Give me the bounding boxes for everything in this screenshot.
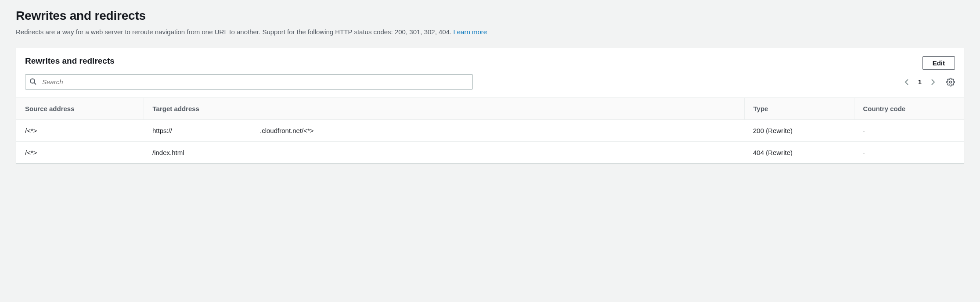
panel-header: Rewrites and redirects Edit xyxy=(16,48,964,74)
description-text: Redirects are a way for a web server to … xyxy=(16,28,451,36)
cell-target: /index.html xyxy=(144,142,744,164)
pager: 1 xyxy=(899,78,955,86)
cell-source: /<*> xyxy=(16,120,144,142)
col-header-type: Type xyxy=(744,98,854,120)
cell-country: - xyxy=(854,120,964,142)
redirects-table: Source address Target address Type Count… xyxy=(16,97,964,163)
panel-toolbar: 1 xyxy=(16,74,964,97)
panel-title: Rewrites and redirects xyxy=(25,56,115,66)
target-prefix: /index.html xyxy=(152,149,184,156)
pager-next-button[interactable] xyxy=(930,78,936,86)
svg-point-2 xyxy=(950,81,952,83)
target-prefix: https:// xyxy=(152,127,172,134)
col-header-country: Country code xyxy=(854,98,964,120)
page-title: Rewrites and redirects xyxy=(16,9,964,23)
page-description: Redirects are a way for a web server to … xyxy=(16,27,964,36)
cell-type: 200 (Rewrite) xyxy=(744,120,854,142)
learn-more-link[interactable]: Learn more xyxy=(453,28,487,36)
cell-target: https:// .cloudfront.net/<*> xyxy=(144,120,744,142)
cell-country: - xyxy=(854,142,964,164)
cell-type: 404 (Rewrite) xyxy=(744,142,854,164)
gear-icon xyxy=(946,78,955,86)
search-input[interactable] xyxy=(25,74,473,90)
edit-button[interactable]: Edit xyxy=(922,56,955,70)
col-header-source: Source address xyxy=(16,98,144,120)
table-row: /<*> https:// .cloudfront.net/<*> 200 (R… xyxy=(16,120,964,142)
chevron-right-icon xyxy=(930,78,936,86)
cell-source: /<*> xyxy=(16,142,144,164)
chevron-left-icon xyxy=(904,78,910,86)
table-row: /<*> /index.html 404 (Rewrite) - xyxy=(16,142,964,164)
pager-current-page: 1 xyxy=(916,78,923,86)
rewrites-panel: Rewrites and redirects Edit 1 xyxy=(16,48,964,164)
col-header-target: Target address xyxy=(144,98,744,120)
search-wrap xyxy=(25,74,473,90)
pager-prev-button[interactable] xyxy=(904,78,910,86)
settings-button[interactable] xyxy=(946,78,955,86)
target-suffix: .cloudfront.net/<*> xyxy=(260,127,314,134)
